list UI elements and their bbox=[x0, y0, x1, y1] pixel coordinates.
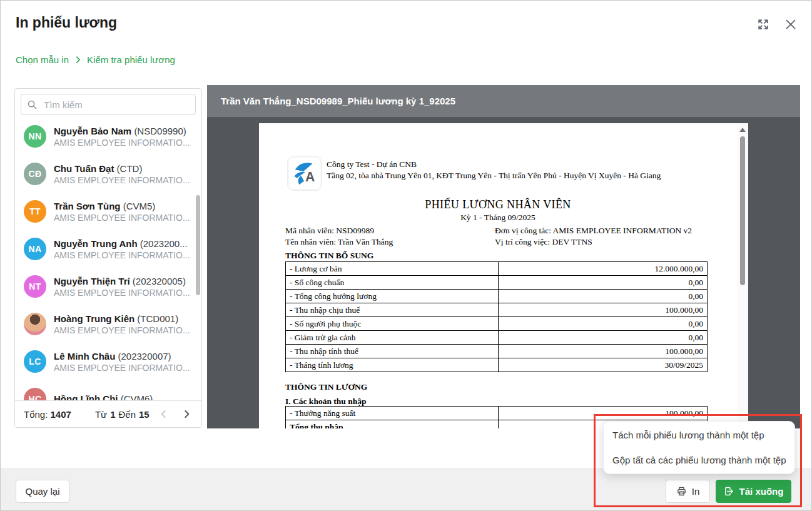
menu-item-split-files[interactable]: Tách mỗi phiếu lương thành một tệp bbox=[604, 424, 794, 447]
modal-footer: Quay lại In Tải xuống bbox=[1, 468, 811, 510]
total-count: 1407 bbox=[51, 409, 71, 420]
employee-sidebar: NN Nguyễn Bảo Nam (NSD09990) AMIS EMPLOY… bbox=[14, 88, 202, 428]
table-row: - Số người phụ thuộc0,00 bbox=[286, 317, 708, 331]
download-options-popup: Tách mỗi phiếu lương thành một tệp Gộp t… bbox=[603, 421, 795, 474]
extra-info-table: - Lương cơ bản12.000.000,00 - Số công ch… bbox=[285, 261, 708, 372]
employee-name: Nguyễn Bảo Nam (NSD09990) bbox=[54, 126, 190, 136]
payslip-document: A Công ty Test - Dự án CNB Tầng 02, tòa … bbox=[259, 123, 737, 428]
document-period: Kỳ 1 - Tháng 09/2025 bbox=[259, 213, 737, 223]
list-item-employee-5[interactable]: NT Nguyễn Thiện Trí (202320005) AMIS EMP… bbox=[15, 268, 201, 305]
search-input[interactable] bbox=[43, 99, 190, 111]
preview-filename: Trần Văn Thắng_NSD09989_Phiếu lương kỳ 1… bbox=[207, 85, 800, 117]
avatar: TT bbox=[24, 200, 46, 223]
subsection-income-heading: I. Các khoản thu nhập bbox=[285, 397, 366, 407]
avatar: HC bbox=[24, 388, 46, 402]
employee-list: NN Nguyễn Bảo Nam (NSD09990) AMIS EMPLOY… bbox=[15, 118, 201, 402]
search-box bbox=[21, 94, 196, 115]
avatar: CĐ bbox=[24, 163, 46, 185]
employee-name: Nguyễn Thiện Trí (202320005) bbox=[54, 276, 190, 286]
employee-name: Trần Sơn Tùng (CVM5) bbox=[54, 201, 190, 211]
document-title: PHIẾU LƯƠNG NHÂN VIÊN bbox=[259, 198, 737, 211]
table-row: - Thu nhập chịu thuế100.000,00 bbox=[286, 303, 708, 317]
table-row: - Thưởng năng suất100.000,00 bbox=[286, 407, 708, 420]
back-button[interactable]: Quay lại bbox=[16, 480, 69, 503]
list-item-employee-8[interactable]: HC Hồng Lĩnh Chi (CVM6) bbox=[15, 380, 201, 402]
avatar: NA bbox=[24, 238, 46, 260]
expand-icon[interactable] bbox=[756, 18, 770, 31]
employee-org: AMIS EMPLOYEE INFORMATIO... bbox=[54, 363, 190, 373]
table-row: - Số công chuẩn0,00 bbox=[286, 276, 708, 290]
list-scrollbar[interactable] bbox=[196, 195, 200, 295]
menu-item-merge-files[interactable]: Gộp tất cả các phiếu lương thành một tệp bbox=[604, 448, 794, 471]
employee-org: AMIS EMPLOYEE INFORMATIO... bbox=[54, 175, 190, 185]
search-icon bbox=[27, 99, 38, 110]
company-block: Công ty Test - Dự án CNB Tầng 02, tòa nh… bbox=[327, 159, 661, 181]
chevron-right-icon bbox=[74, 56, 82, 64]
employee-info-right: Đơn vị công tác: AMIS EMPLOYEE INFORMATI… bbox=[495, 225, 692, 247]
avatar: NN bbox=[24, 125, 46, 148]
table-row: - Thu nhập tính thuế100.000,00 bbox=[286, 345, 708, 358]
list-item-employee-6[interactable]: Hoàng Trung Kiên (TCD001) AMIS EMPLOYEE … bbox=[15, 305, 201, 343]
table-row: - Lương cơ bản12.000.000,00 bbox=[286, 262, 708, 276]
table-row: - Giảm trừ gia cảnh0,00 bbox=[286, 331, 708, 345]
breadcrumb-step-check-payslip[interactable]: Kiểm tra phiếu lương bbox=[87, 54, 175, 65]
section-salary-heading: THÔNG TIN LƯƠNG bbox=[285, 382, 367, 392]
employee-org: AMIS EMPLOYEE INFORMATIO... bbox=[54, 138, 190, 148]
employee-org: AMIS EMPLOYEE INFORMATIO... bbox=[54, 213, 190, 223]
section-extra-heading: THÔNG TIN BỔ SUNG bbox=[285, 251, 373, 261]
breadcrumb-step-choose-template[interactable]: Chọn mẫu in bbox=[16, 54, 69, 65]
page-title: In phiếu lương bbox=[16, 14, 117, 31]
employee-name: Hoàng Trung Kiên (TCD001) bbox=[54, 313, 190, 324]
table-row: - Tổng công hưởng lương0,00 bbox=[286, 290, 708, 303]
svg-text:A: A bbox=[305, 169, 315, 184]
total-label: Tổng: bbox=[24, 409, 48, 420]
list-item-employee-2[interactable]: CĐ Chu Tuấn Đạt (CTD) AMIS EMPLOYEE INFO… bbox=[15, 155, 201, 193]
employee-name: Nguyễn Trung Anh (2023200... bbox=[54, 238, 190, 249]
pagination-bar: Tổng: 1407 Từ1 Đến15 bbox=[15, 400, 201, 427]
page-range: Từ1 Đến15 bbox=[95, 409, 150, 420]
scroll-up-icon[interactable] bbox=[739, 128, 746, 132]
list-item-employee-3[interactable]: TT Trần Sơn Tùng (CVM5) AMIS EMPLOYEE IN… bbox=[15, 193, 201, 230]
company-logo-icon: A bbox=[287, 156, 322, 191]
printer-icon bbox=[676, 486, 687, 497]
employee-org: AMIS EMPLOYEE INFORMATIO... bbox=[54, 250, 190, 260]
employee-org: AMIS EMPLOYEE INFORMATIO... bbox=[54, 288, 190, 298]
download-icon bbox=[724, 486, 734, 497]
list-item-employee-1[interactable]: NN Nguyễn Bảo Nam (NSD09990) AMIS EMPLOY… bbox=[15, 118, 201, 155]
employee-info-left: Mã nhân viên: NSD09989 Tên nhân viên: Tr… bbox=[285, 225, 393, 247]
table-row: - Tháng tính lương30/09/2025 bbox=[286, 358, 708, 372]
avatar: LC bbox=[24, 350, 46, 373]
employee-name: Chu Tuấn Đạt (CTD) bbox=[54, 163, 190, 174]
list-item-employee-7[interactable]: LC Lê Minh Châu (202320007) AMIS EMPLOYE… bbox=[15, 343, 201, 380]
prev-page-icon[interactable] bbox=[158, 408, 170, 420]
company-name: Công ty Test - Dự án CNB bbox=[327, 159, 661, 170]
list-item-employee-4[interactable]: NA Nguyễn Trung Anh (2023200... AMIS EMP… bbox=[15, 230, 201, 268]
avatar: NT bbox=[24, 275, 46, 298]
payslip-preview-pane: Trần Văn Thắng_NSD09989_Phiếu lương kỳ 1… bbox=[207, 85, 800, 428]
print-button[interactable]: In bbox=[666, 480, 710, 503]
avatar-photo bbox=[24, 313, 46, 335]
preview-scrollbar[interactable] bbox=[737, 123, 748, 428]
company-address: Tầng 02, tòa nhà Trung Yên 01, KĐT Trung… bbox=[327, 170, 661, 181]
employee-org: AMIS EMPLOYEE INFORMATIO... bbox=[54, 325, 190, 335]
preview-scrollbar-thumb[interactable] bbox=[740, 136, 745, 285]
breadcrumb: Chọn mẫu in Kiểm tra phiếu lương bbox=[16, 54, 175, 65]
employee-name: Lê Minh Châu (202320007) bbox=[54, 351, 190, 362]
next-page-icon[interactable] bbox=[180, 408, 193, 420]
close-icon[interactable] bbox=[784, 18, 798, 31]
download-button[interactable]: Tải xuống bbox=[716, 480, 791, 503]
